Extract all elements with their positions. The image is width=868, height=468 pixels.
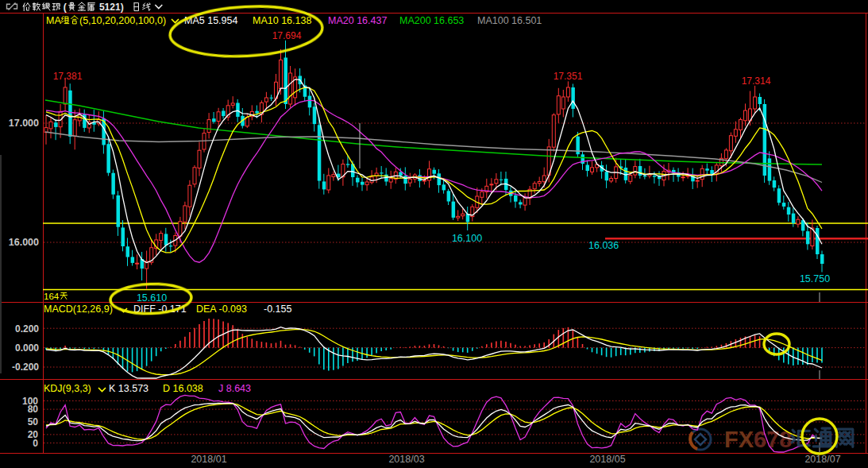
svg-text:17.694: 17.694	[272, 30, 302, 41]
svg-text:(5,10,20,200,100,0): (5,10,20,200,100,0)	[79, 15, 166, 26]
svg-text:KDJ(9,3,3): KDJ(9,3,3)	[44, 383, 91, 394]
svg-text:50: 50	[28, 416, 39, 427]
svg-text:2018/05: 2018/05	[589, 454, 625, 465]
svg-text:MA: MA	[46, 15, 61, 26]
svg-text:16.036: 16.036	[588, 240, 619, 251]
svg-text:164: 164	[44, 292, 60, 301]
svg-text:2018/03: 2018/03	[388, 454, 424, 465]
svg-text:16.100: 16.100	[452, 233, 482, 244]
svg-text:2018/07: 2018/07	[804, 454, 840, 465]
svg-text:2018/01: 2018/01	[191, 454, 226, 465]
svg-text:15.750: 15.750	[800, 273, 830, 284]
svg-text:0.000: 0.000	[15, 342, 39, 354]
svg-text:17.314: 17.314	[742, 75, 771, 87]
svg-text:0.200: 0.200	[15, 323, 39, 335]
svg-text:5121): 5121)	[99, 2, 124, 13]
svg-text:80: 80	[28, 404, 39, 415]
svg-text:(: (	[64, 2, 67, 13]
svg-text:FX678: FX678	[724, 427, 792, 452]
svg-text:J 8.643: J 8.643	[218, 383, 251, 394]
svg-text:17.000: 17.000	[9, 118, 39, 129]
svg-text:-0.155: -0.155	[264, 304, 291, 315]
svg-text:D 16.038: D 16.038	[163, 383, 203, 394]
svg-text:DEA -0.093: DEA -0.093	[196, 304, 247, 315]
svg-text:MA100 16.501: MA100 16.501	[477, 15, 542, 26]
svg-text:MA200 16.653: MA200 16.653	[399, 15, 464, 26]
svg-text:15.610: 15.610	[137, 292, 167, 304]
svg-text:0: 0	[33, 438, 38, 449]
svg-text:MACD(12,26,9): MACD(12,26,9)	[44, 304, 113, 315]
svg-text:K 13.573: K 13.573	[109, 383, 149, 394]
svg-text:17.381: 17.381	[53, 71, 83, 82]
svg-text:MA10 16.138: MA10 16.138	[253, 15, 311, 26]
svg-text:16.000: 16.000	[9, 237, 39, 248]
svg-text:17.351: 17.351	[554, 71, 583, 82]
svg-text:MA20 16.437: MA20 16.437	[328, 15, 387, 26]
svg-text:-0.200: -0.200	[12, 362, 39, 373]
